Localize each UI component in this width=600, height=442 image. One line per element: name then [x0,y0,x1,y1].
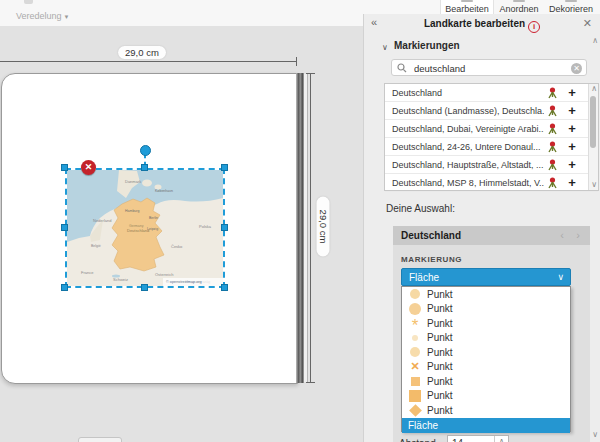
result-row[interactable]: Deutschland (Landmasse), Deutschla... + [385,102,598,120]
clipped-setting-input[interactable]: 14 ∧ [447,435,509,442]
marker-cross-icon: ✕ [410,361,419,372]
markierung-label: MARKIERUNG [401,255,462,264]
result-row[interactable]: Deutschland, Hauptstraße, Altstadt, ... … [385,156,598,174]
option-punkt[interactable]: Punkt [402,345,570,360]
results-scroll-down-icon[interactable]: ∨ [591,180,597,189]
design-canvas[interactable]: 29,0 cm 29,0 cm Danmark København Hambur… [0,26,363,442]
rotation-handle[interactable] [140,145,151,156]
book-spine [296,73,304,383]
clipped-setting-label: Abstand [399,438,436,442]
add-marker-button[interactable]: + [565,85,579,100]
option-punkt[interactable]: Punkt [402,389,570,404]
marker-circle-soft-icon [410,347,420,357]
panel-scroll-down-icon[interactable]: ∨ [592,430,598,439]
resize-handle-top-center[interactable] [141,164,148,171]
option-punkt[interactable]: ✕Punkt [402,360,570,375]
delete-object-button[interactable]: ✕ [81,160,96,175]
resize-handle-mid-right[interactable] [221,224,228,231]
resize-handle-top-right[interactable] [221,164,228,171]
resize-handle-bottom-right[interactable] [221,284,228,291]
resize-handle-bottom-center[interactable] [141,284,148,291]
search-input[interactable] [412,61,566,76]
map-edit-panel: « Landkarte bearbeiteni ✕ ∧ ∨ ∨ Markieru… [363,14,600,442]
page-edge [304,74,308,382]
locate-on-map-icon[interactable] [547,105,558,117]
cropped-toolbar-icon [24,0,33,4]
veredelung-dropdown[interactable]: Veredelung▼ [16,11,70,21]
locate-on-map-icon[interactable] [547,123,558,135]
marker-style-select[interactable]: Fläche ∨ [401,268,571,286]
spinner-up-icon[interactable]: ∧ [494,436,508,442]
option-punkt[interactable]: Punkt [402,302,570,317]
add-marker-button[interactable]: + [565,103,579,118]
clear-search-button[interactable]: ✕ [571,63,582,74]
selection-border [65,168,225,288]
marker-card-header: Deutschland ‹ › [393,226,590,245]
marker-circle-pale-icon [410,289,420,299]
result-row[interactable]: Deutschland + [385,84,598,102]
info-icon[interactable]: i [528,21,540,33]
locate-on-map-icon[interactable] [547,159,558,171]
results-scroll-up-icon[interactable]: ∧ [591,84,597,93]
add-marker-button[interactable]: + [565,157,579,172]
chevron-down-icon: ∨ [557,272,564,282]
result-row[interactable]: Deutschland, MSP 8, Himmelstadt, V... + [385,174,598,192]
marker-card-title: Deutschland [401,230,461,241]
prev-marker-icon[interactable]: ‹ [560,229,564,241]
decorate-icon [565,0,577,2]
tab-bar: Bearbeiten Anordnen Dekorieren [441,0,597,15]
cropped-bottom-control [78,437,122,442]
search-icon [397,63,407,73]
marker-square-large-icon [409,390,421,402]
option-punkt[interactable]: Punkt [402,287,570,302]
page-width-label: 29,0 cm [118,46,166,59]
clipped-setting-row: Abstand 14 ∧ [395,435,585,442]
resize-handle-bottom-left[interactable] [61,284,68,291]
option-punkt[interactable]: Punkt [402,403,570,418]
add-marker-button[interactable]: + [565,175,579,190]
chevron-down-icon: ▼ [64,14,70,20]
resize-handle-top-left[interactable] [61,164,68,171]
next-marker-icon[interactable]: › [576,229,580,241]
results-scrollbar[interactable]: ∧ ∨ [588,84,598,190]
page-height-label: 29,0 cm [317,197,330,257]
height-dimension-tick-bottom [306,382,315,383]
section-markierungen-label[interactable]: Markierungen [394,40,460,51]
add-marker-button[interactable]: + [565,121,579,136]
panel-header: « Landkarte bearbeiteni ✕ [364,14,600,32]
search-results-list: Deutschland + Deutschland (Landmasse), D… [384,83,599,191]
marker-style-dropdown: Punkt Punkt *Punkt Punkt Punkt ✕Punkt Pu… [401,286,571,432]
marker-circle-medium-icon [409,303,421,315]
marker-circle-tiny-icon [412,335,418,341]
locate-on-map-icon[interactable] [547,141,558,153]
width-dimension-tick [296,57,297,66]
arrange-icon [513,0,525,2]
marker-square-small-icon [411,377,420,386]
option-punkt[interactable]: Punkt [402,374,570,389]
height-dimension-tick-top [306,73,315,74]
place-search-box: ✕ [391,59,587,76]
result-row[interactable]: Deutschland, Dubai, Vereinigte Arabi... … [385,120,598,138]
option-flaeche-selected[interactable]: Fläche [402,418,570,433]
option-punkt[interactable]: *Punkt [402,316,570,331]
section-chevron-icon[interactable]: ∨ [382,43,388,52]
selected-marker-card: Deutschland ‹ › MARKIERUNG Fläche ∨ Punk… [393,226,590,442]
result-row[interactable]: Deutschland, 24-26, Untere Donaul... + [385,138,598,156]
resize-handle-mid-left[interactable] [61,224,68,231]
marker-diamond-icon [409,404,422,417]
pencil-icon [461,0,473,2]
results-scroll-thumb[interactable] [590,96,596,148]
panel-scroll-up-icon[interactable]: ∧ [592,36,598,45]
option-punkt[interactable]: Punkt [402,331,570,346]
close-panel-button[interactable]: ✕ [583,17,592,30]
width-dimension-line [0,61,297,62]
locate-on-map-icon[interactable] [547,87,558,99]
selection-section-label: Deine Auswahl: [386,203,455,214]
panel-title: Landkarte bearbeiteni [364,18,600,33]
height-dimension-line [310,73,311,383]
marker-star-icon: * [412,323,419,329]
locate-on-map-icon[interactable] [547,177,558,189]
add-marker-button[interactable]: + [565,139,579,154]
